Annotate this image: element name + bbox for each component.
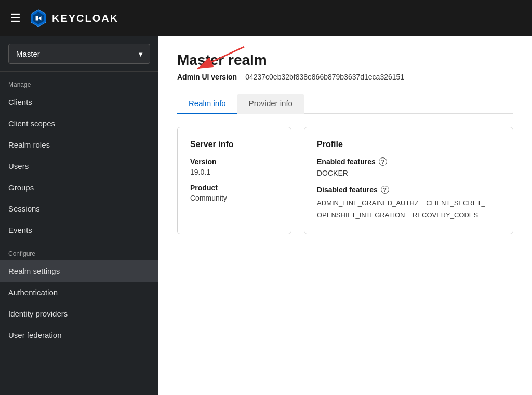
keycloak-logo-icon [29, 9, 48, 28]
tab-realm-info[interactable]: Realm info [177, 94, 237, 114]
profile-card: Profile Enabled features ? DOCKER Disabl… [304, 127, 513, 234]
realm-select-wrapper: Master ▼ [0, 36, 158, 72]
sidebar-item-client-scopes[interactable]: Client scopes [0, 113, 158, 134]
app-layout: Master ▼ Manage Clients Client scopes Re… [0, 36, 532, 395]
server-info-card-title: Server info [190, 140, 278, 149]
enabled-features-label: Enabled features ? [317, 157, 500, 166]
product-label: Product [190, 183, 278, 192]
sidebar-item-groups[interactable]: Groups [0, 177, 158, 198]
version-label: Version [190, 157, 278, 166]
enabled-features-help-icon[interactable]: ? [379, 157, 387, 166]
manage-section-label: Manage [0, 72, 158, 91]
hamburger-icon[interactable]: ☰ [10, 12, 21, 24]
tabs-bar: Realm info Provider info [177, 94, 513, 114]
logo: KEYCLOAK [29, 9, 118, 28]
sidebar: Master ▼ Manage Clients Client scopes Re… [0, 36, 158, 395]
sidebar-item-realm-roles[interactable]: Realm roles [0, 134, 158, 155]
configure-section-label: Configure [0, 241, 158, 260]
sidebar-item-authentication[interactable]: Authentication [0, 282, 158, 303]
tab-provider-info[interactable]: Provider info [237, 94, 304, 114]
disabled-features-values: ADMIN_FINE_GRAINED_AUTHZ CLIENT_SECRET_ … [317, 197, 500, 221]
page-title: Master realm [177, 52, 513, 69]
disabled-features-help-icon[interactable]: ? [381, 186, 389, 194]
profile-card-title: Profile [317, 140, 500, 149]
admin-ui-value: 04237c0eb32bf838e866b879b3637d1eca326151 [245, 73, 404, 81]
sidebar-item-sessions[interactable]: Sessions [0, 198, 158, 219]
sidebar-item-identity-providers[interactable]: Identity providers [0, 303, 158, 324]
sidebar-item-realm-settings[interactable]: Realm settings [0, 260, 158, 282]
server-info-card: Server info Version 19.0.1 Product Commu… [177, 127, 291, 234]
main-content: Master realm Admin UI version 04237c0eb3… [158, 36, 532, 395]
sidebar-item-user-federation[interactable]: User federation [0, 324, 158, 346]
version-value: 19.0.1 [190, 168, 278, 176]
sidebar-item-clients[interactable]: Clients [0, 91, 158, 113]
admin-ui-row: Admin UI version 04237c0eb32bf838e866b87… [177, 73, 513, 81]
admin-ui-label: Admin UI version [177, 73, 237, 81]
product-value: Community [190, 194, 278, 202]
topbar: ☰ KEYCLOAK [0, 0, 532, 36]
enabled-features-value: DOCKER [317, 169, 500, 177]
sidebar-item-events[interactable]: Events [0, 219, 158, 241]
cards-row: Server info Version 19.0.1 Product Commu… [177, 127, 513, 234]
sidebar-item-users[interactable]: Users [0, 155, 158, 177]
disabled-features-label: Disabled features ? [317, 186, 500, 194]
logo-text: KEYCLOAK [52, 12, 118, 24]
realm-select[interactable]: Master [8, 44, 150, 64]
